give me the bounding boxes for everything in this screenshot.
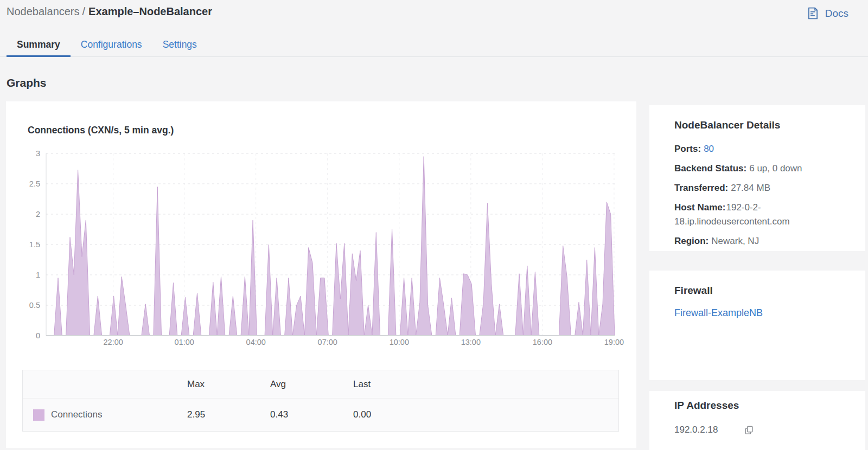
firewall-card: Firewall Firewall-ExampleNB <box>649 271 865 380</box>
connections-series-swatch <box>33 409 44 421</box>
firewall-link[interactable]: Firewall-ExampleNB <box>674 307 763 318</box>
svg-text:0: 0 <box>36 331 40 340</box>
svg-text:1.5: 1.5 <box>29 240 40 249</box>
docs-label: Docs <box>825 8 848 20</box>
svg-text:19:00: 19:00 <box>604 338 624 346</box>
svg-text:1: 1 <box>36 271 40 279</box>
legend-header-row: Max Avg Last <box>23 370 618 398</box>
stat-last-value: 0.00 <box>353 409 436 420</box>
field-region: Region:Newark, NJ <box>674 234 852 248</box>
tab-bar: Summary Configurations Settings <box>0 34 868 57</box>
svg-text:22:00: 22:00 <box>104 338 123 346</box>
docs-icon <box>806 6 820 21</box>
port-80-link[interactable]: 80 <box>704 144 714 154</box>
legend-series-name: Connections <box>51 409 103 420</box>
graphs-heading: Graphs <box>7 76 47 89</box>
tab-summary[interactable]: Summary <box>7 34 71 57</box>
breadcrumb: Nodebalancers/Example–NodeBalancer <box>7 5 212 18</box>
svg-text:04:00: 04:00 <box>246 338 266 346</box>
breadcrumb-current: Example–NodeBalancer <box>88 5 212 17</box>
field-ports: Ports:80 <box>674 142 852 156</box>
svg-text:13:00: 13:00 <box>461 338 481 346</box>
tab-configurations[interactable]: Configurations <box>71 34 152 57</box>
connections-chart-card: Connections (CXN/s, 5 min avg.) 22:0001:… <box>6 101 636 448</box>
svg-text:2: 2 <box>36 210 40 218</box>
details-card-title: NodeBalancer Details <box>674 119 852 131</box>
legend-header-avg: Avg <box>270 379 353 390</box>
svg-text:01:00: 01:00 <box>175 338 194 346</box>
svg-text:0.5: 0.5 <box>29 301 40 310</box>
copy-ip-icon[interactable] <box>744 425 754 435</box>
field-backend-status: Backend Status:6 up, 0 down <box>674 162 852 175</box>
connections-area-chart: 22:0001:0004:0007:0010:0013:0016:0019:00… <box>6 101 636 356</box>
legend-header-max: Max <box>187 379 270 390</box>
breadcrumb-section-link[interactable]: Nodebalancers <box>7 5 80 17</box>
firewall-card-title: Firewall <box>674 285 852 297</box>
field-transferred: Transferred:27.84 MB <box>674 181 852 195</box>
svg-text:10:00: 10:00 <box>390 338 409 346</box>
field-host-name: Host Name:192-0-2-18.ip.linodeuserconten… <box>674 201 852 228</box>
ip-card-title: IP Addresses <box>674 400 852 412</box>
svg-text:2.5: 2.5 <box>29 179 40 188</box>
svg-text:3: 3 <box>36 149 40 158</box>
stat-max-value: 2.95 <box>187 409 270 420</box>
nodebalancer-details-card: NodeBalancer Details Ports:80 Backend St… <box>649 105 865 251</box>
breadcrumb-separator: / <box>82 5 86 17</box>
svg-text:16:00: 16:00 <box>533 338 552 346</box>
stat-avg-value: 0.43 <box>270 409 353 420</box>
ip-address-value: 192.0.2.18 <box>674 425 718 435</box>
chart-legend-table: Max Avg Last Connections 2.95 0.43 0.00 <box>22 370 619 432</box>
ip-address-row: 192.0.2.18 <box>674 425 852 435</box>
legend-header-last: Last <box>353 379 436 390</box>
tab-settings[interactable]: Settings <box>152 34 207 57</box>
ip-addresses-card: IP Addresses 192.0.2.18 <box>649 391 865 450</box>
docs-link[interactable]: Docs <box>806 6 848 21</box>
legend-data-row: Connections 2.95 0.43 0.00 <box>23 398 618 431</box>
svg-text:07:00: 07:00 <box>318 338 337 346</box>
